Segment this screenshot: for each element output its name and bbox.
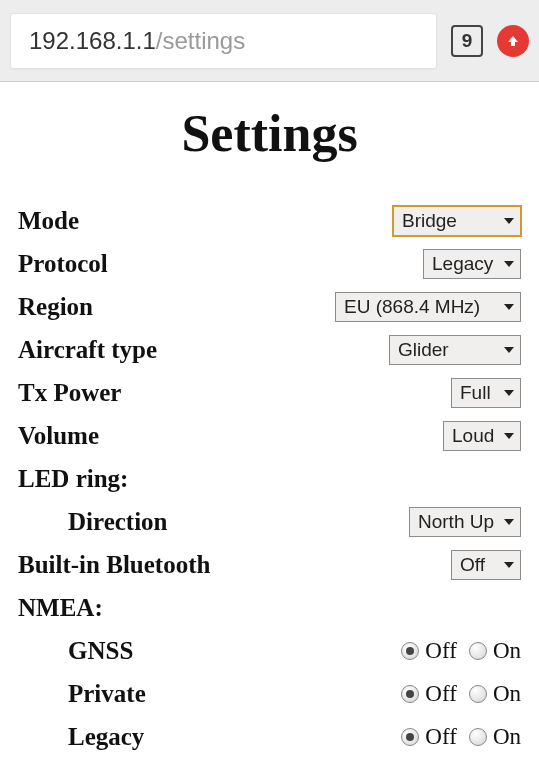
tab-count-button[interactable]: 9: [451, 25, 483, 57]
label-protocol: Protocol: [18, 250, 108, 278]
label-ledring: LED ring:: [18, 465, 128, 493]
arrow-up-icon: [505, 33, 521, 49]
radio-legacy-off-label: Off: [425, 724, 457, 750]
radio-legacy-on[interactable]: [469, 728, 487, 746]
radio-gnss-off-label: Off: [425, 638, 457, 664]
row-direction: Direction North Up: [18, 500, 521, 543]
label-nmea-gnss: GNSS: [18, 637, 133, 665]
row-volume: Volume Loud: [18, 414, 521, 457]
chevron-down-icon: [504, 261, 514, 267]
radio-gnss-off[interactable]: [401, 642, 419, 660]
radio-gnss-on-label: On: [493, 638, 521, 664]
radio-legacy-on-label: On: [493, 724, 521, 750]
select-aircraft-value: Glider: [398, 339, 449, 361]
row-ledring: LED ring:: [18, 457, 521, 500]
radio-group-legacy: Off On: [401, 724, 521, 750]
label-nmea: NMEA:: [18, 594, 103, 622]
select-region[interactable]: EU (868.4 MHz): [335, 292, 521, 322]
label-direction: Direction: [18, 508, 168, 536]
row-nmea-private: Private Off On: [18, 672, 521, 715]
browser-chrome: 192.168.1.1/settings 9: [0, 0, 539, 82]
url-host: 192.168.1.1: [29, 27, 156, 55]
select-protocol[interactable]: Legacy: [423, 249, 521, 279]
select-txpower[interactable]: Full: [451, 378, 521, 408]
radio-private-off[interactable]: [401, 685, 419, 703]
chevron-down-icon: [504, 562, 514, 568]
select-direction[interactable]: North Up: [409, 507, 521, 537]
chevron-down-icon: [504, 390, 514, 396]
row-nmea-gnss: GNSS Off On: [18, 629, 521, 672]
label-bluetooth: Built-in Bluetooth: [18, 551, 210, 579]
tab-count-label: 9: [462, 30, 473, 52]
radio-legacy-off[interactable]: [401, 728, 419, 746]
select-region-value: EU (868.4 MHz): [344, 296, 480, 318]
radio-gnss-on[interactable]: [469, 642, 487, 660]
select-volume[interactable]: Loud: [443, 421, 521, 451]
label-nmea-legacy: Legacy: [18, 723, 144, 751]
row-aircraft: Aircraft type Glider: [18, 328, 521, 371]
chevron-down-icon: [504, 519, 514, 525]
label-region: Region: [18, 293, 93, 321]
page-title: Settings: [18, 104, 521, 163]
label-mode: Mode: [18, 207, 79, 235]
select-direction-value: North Up: [418, 511, 494, 533]
select-protocol-value: Legacy: [432, 253, 493, 275]
radio-private-on[interactable]: [469, 685, 487, 703]
select-mode-value: Bridge: [402, 210, 457, 232]
row-region: Region EU (868.4 MHz): [18, 285, 521, 328]
radio-private-off-label: Off: [425, 681, 457, 707]
radio-group-private: Off On: [401, 681, 521, 707]
chevron-down-icon: [504, 347, 514, 353]
select-txpower-value: Full: [460, 382, 491, 404]
chevron-down-icon: [504, 304, 514, 310]
select-volume-value: Loud: [452, 425, 494, 447]
address-bar[interactable]: 192.168.1.1/settings: [10, 13, 437, 69]
row-nmea: NMEA:: [18, 586, 521, 629]
url-path: /settings: [156, 27, 245, 55]
chevron-down-icon: [504, 218, 514, 224]
select-mode[interactable]: Bridge: [393, 206, 521, 236]
settings-page: Settings Mode Bridge Protocol Legacy Reg…: [0, 104, 539, 760]
radio-group-gnss: Off On: [401, 638, 521, 664]
select-bluetooth[interactable]: Off: [451, 550, 521, 580]
row-protocol: Protocol Legacy: [18, 242, 521, 285]
select-bluetooth-value: Off: [460, 554, 485, 576]
row-bluetooth: Built-in Bluetooth Off: [18, 543, 521, 586]
label-nmea-private: Private: [18, 680, 146, 708]
row-mode: Mode Bridge: [18, 199, 521, 242]
label-aircraft: Aircraft type: [18, 336, 157, 364]
select-aircraft[interactable]: Glider: [389, 335, 521, 365]
row-nmea-legacy: Legacy Off On: [18, 715, 521, 758]
label-txpower: Tx Power: [18, 379, 121, 407]
chevron-down-icon: [504, 433, 514, 439]
scroll-top-button[interactable]: [497, 25, 529, 57]
radio-private-on-label: On: [493, 681, 521, 707]
label-volume: Volume: [18, 422, 99, 450]
row-txpower: Tx Power Full: [18, 371, 521, 414]
